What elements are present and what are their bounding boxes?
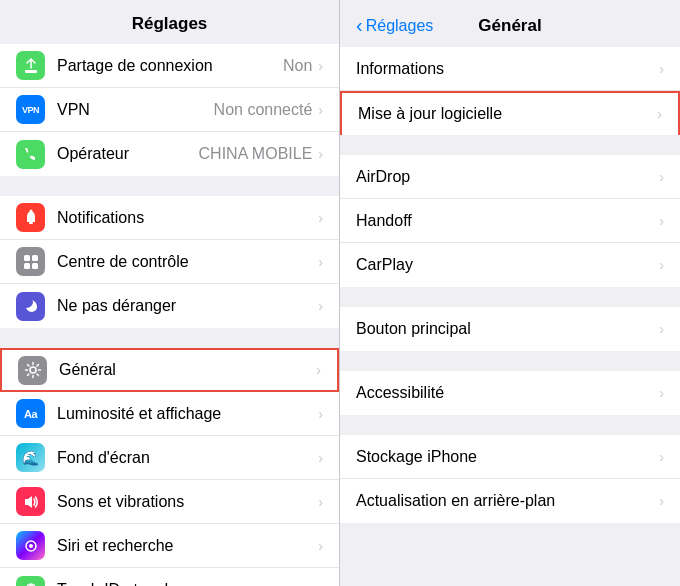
airdrop-label: AirDrop [356, 168, 659, 186]
centre-label: Centre de contrôle [57, 253, 318, 271]
luminosite-chevron: › [318, 406, 323, 422]
sons-icon [16, 487, 45, 516]
sons-label: Sons et vibrations [57, 493, 318, 511]
luminosite-row[interactable]: Aa Luminosité et affichage › [0, 392, 339, 436]
right-section-4: Accessibilité › [340, 371, 680, 415]
handoff-row[interactable]: Handoff › [340, 199, 680, 243]
informations-label: Informations [356, 60, 659, 78]
right-section-1: Informations › Mise à jour logicielle › [340, 47, 680, 135]
airdrop-chevron: › [659, 169, 664, 185]
bouton-row[interactable]: Bouton principal › [340, 307, 680, 351]
vpn-chevron: › [318, 102, 323, 118]
bouton-chevron: › [659, 321, 664, 337]
right-section-3: Bouton principal › [340, 307, 680, 351]
operateur-label: Opérateur [57, 145, 199, 163]
back-button[interactable]: ‹ Réglages [356, 14, 433, 37]
left-panel-title: Réglages [0, 0, 339, 44]
accessibilite-label: Accessibilité [356, 384, 659, 402]
siri-chevron: › [318, 538, 323, 554]
operateur-icon [16, 140, 45, 169]
notifications-chevron: › [318, 210, 323, 226]
right-sep-1 [340, 135, 680, 155]
right-section-2: AirDrop › Handoff › CarPlay › [340, 155, 680, 287]
back-label: Réglages [366, 17, 434, 35]
centre-chevron: › [318, 254, 323, 270]
informations-row[interactable]: Informations › [340, 47, 680, 91]
operateur-chevron: › [318, 146, 323, 162]
siri-label: Siri et recherche [57, 537, 318, 555]
notifications-label: Notifications [57, 209, 318, 227]
luminosite-icon: Aa [16, 399, 45, 428]
touchid-chevron: › [318, 582, 323, 586]
nepas-row[interactable]: Ne pas déranger › [0, 284, 339, 328]
airdrop-row[interactable]: AirDrop › [340, 155, 680, 199]
back-chevron-icon: ‹ [356, 14, 363, 37]
informations-chevron: › [659, 61, 664, 77]
actualisation-row[interactable]: Actualisation en arrière-plan › [340, 479, 680, 523]
actualisation-chevron: › [659, 493, 664, 509]
touchid-label: Touch ID et code [57, 581, 318, 586]
vpn-icon: VPN [16, 95, 45, 124]
handoff-label: Handoff [356, 212, 659, 230]
nepas-icon [16, 292, 45, 321]
right-sep-4 [340, 415, 680, 435]
siri-icon [16, 531, 45, 560]
partage-icon [16, 51, 45, 80]
right-panel: ‹ Réglages Général Informations › Mise à… [340, 0, 680, 586]
group-sep-2 [0, 328, 339, 348]
miseajour-chevron: › [657, 106, 662, 122]
settings-group-2: Notifications › Centre de contrôle › [0, 196, 339, 328]
settings-group-1: Partage de connexion Non › VPN VPN Non c… [0, 44, 339, 176]
nepas-chevron: › [318, 298, 323, 314]
miseajour-label: Mise à jour logicielle [358, 105, 657, 123]
fond-row[interactable]: 🌊 Fond d'écran › [0, 436, 339, 480]
svg-point-7 [30, 367, 36, 373]
partage-value: Non [283, 57, 312, 75]
vpn-label: VPN [57, 101, 214, 119]
carplay-chevron: › [659, 257, 664, 273]
general-label: Général [59, 361, 316, 379]
bouton-label: Bouton principal [356, 320, 659, 338]
group-sep-1 [0, 176, 339, 196]
svg-rect-4 [32, 255, 38, 261]
actualisation-label: Actualisation en arrière-plan [356, 492, 659, 510]
svg-rect-5 [24, 263, 30, 269]
notifications-row[interactable]: Notifications › [0, 196, 339, 240]
sons-chevron: › [318, 494, 323, 510]
general-icon [18, 356, 47, 385]
centre-icon [16, 247, 45, 276]
right-header: ‹ Réglages Général [340, 0, 680, 47]
settings-group-3: Général › Aa Luminosité et affichage › 🌊… [0, 348, 339, 586]
touchid-icon [16, 576, 45, 587]
accessibilite-row[interactable]: Accessibilité › [340, 371, 680, 415]
carplay-label: CarPlay [356, 256, 659, 274]
touchid-row[interactable]: Touch ID et code › [0, 568, 339, 586]
svg-point-9 [29, 544, 33, 548]
nepas-label: Ne pas déranger [57, 297, 318, 315]
stockage-row[interactable]: Stockage iPhone › [340, 435, 680, 479]
partage-chevron: › [318, 58, 323, 74]
partage-row[interactable]: Partage de connexion Non › [0, 44, 339, 88]
fond-chevron: › [318, 450, 323, 466]
vpn-value: Non connecté [214, 101, 313, 119]
notifications-icon [16, 203, 45, 232]
right-sep-2 [340, 287, 680, 307]
sons-row[interactable]: Sons et vibrations › [0, 480, 339, 524]
carplay-row[interactable]: CarPlay › [340, 243, 680, 287]
siri-row[interactable]: Siri et recherche › [0, 524, 339, 568]
centre-row[interactable]: Centre de contrôle › [0, 240, 339, 284]
operateur-row[interactable]: Opérateur CHINA MOBILE › [0, 132, 339, 176]
right-sep-3 [340, 351, 680, 371]
general-chevron: › [316, 362, 321, 378]
miseajour-row[interactable]: Mise à jour logicielle › [340, 91, 680, 135]
vpn-row[interactable]: VPN VPN Non connecté › [0, 88, 339, 132]
stockage-chevron: › [659, 449, 664, 465]
operateur-value: CHINA MOBILE [199, 145, 313, 163]
handoff-chevron: › [659, 213, 664, 229]
svg-rect-1 [29, 222, 33, 224]
stockage-label: Stockage iPhone [356, 448, 659, 466]
right-section-5: Stockage iPhone › Actualisation en arriè… [340, 435, 680, 523]
svg-point-2 [29, 209, 32, 212]
svg-rect-3 [24, 255, 30, 261]
general-row[interactable]: Général › [0, 348, 339, 392]
